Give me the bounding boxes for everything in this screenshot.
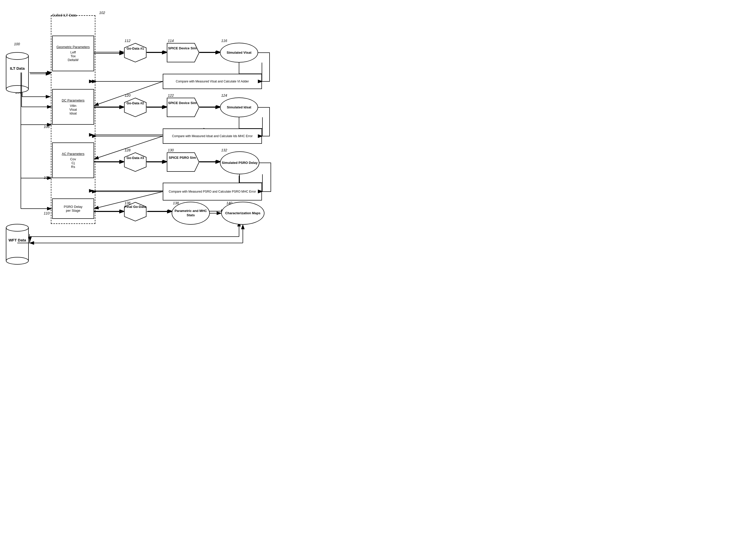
geo-params-title: Geometric Parameters xyxy=(57,45,90,49)
sim-psro-delay-ellipse: Simulated PSRO Delay xyxy=(220,151,259,174)
dc-params-box: DC Parameters Vtlin Vtsat Idsat xyxy=(52,89,94,125)
label-106: 106 xyxy=(44,125,50,129)
spice-dev-sim-1-box: SPICE Device Sim xyxy=(166,43,200,64)
label-114: 114 xyxy=(168,39,174,43)
label-132: 132 xyxy=(221,148,227,152)
dc-params-sub: Vtlin Vtsat Idsat xyxy=(69,104,77,115)
final-go-data-hex: Final Go-Data xyxy=(124,202,147,223)
sim-vtsat-ellipse: Simulated Vtsat xyxy=(220,43,258,63)
label-130: 130 xyxy=(168,148,174,152)
svg-point-34 xyxy=(6,224,28,231)
go-data-2-label: Go-Data #2 xyxy=(124,101,147,106)
spice-dev-sim-2-label: SPICE Device Sim xyxy=(167,101,198,105)
go-data-3-hex: Go-Data #3 xyxy=(124,152,147,173)
svg-point-31 xyxy=(6,52,28,60)
label-108: 108 xyxy=(44,176,50,180)
compare-vtsat-text: Compare with Measured Vtsat and Calculat… xyxy=(176,80,249,83)
diagram: 100 102 104 106 108 110 112 114 116 118 … xyxy=(0,0,370,280)
sim-idsat-ellipse: Simulated Idsat xyxy=(220,98,258,117)
label-100: 100 xyxy=(14,42,20,46)
compare-vtsat-box: Compare with Measured Vtsat and Calculat… xyxy=(163,74,262,89)
svg-point-32 xyxy=(6,85,28,92)
dc-params-title: DC Parameters xyxy=(62,99,85,102)
ac-params-box: AC Parameters Cov Cj Rs xyxy=(52,142,94,178)
psro-delay-label: PSRO Delay per Stage xyxy=(64,205,83,212)
wft-data-label: WFT Data xyxy=(5,238,29,242)
label-116: 116 xyxy=(221,39,227,43)
geo-params-sub: Leff Tox DeltaW xyxy=(68,50,79,62)
go-data-1-hex: Go-Data #1 xyxy=(124,43,147,64)
sim-vtsat-label: Simulated Vtsat xyxy=(226,51,252,55)
psro-delay-box: PSRO Delay per Stage xyxy=(52,198,94,219)
ac-params-title: AC Parameters xyxy=(62,152,84,156)
label-102: 102 xyxy=(99,11,105,15)
svg-rect-33 xyxy=(6,228,28,261)
svg-point-35 xyxy=(6,257,28,264)
svg-marker-38 xyxy=(124,153,146,172)
compare-idsat-text: Compare with Measured Idsat and Calculat… xyxy=(172,134,253,138)
spice-psro-sim-label: SPICE PSRO Sim xyxy=(167,156,198,160)
label-120: 120 xyxy=(125,94,130,98)
compare-psro-text: Compare with Measured PSRO and Calculate… xyxy=(169,190,256,193)
compare-psro-box: Compare with Measured PSRO and Calculate… xyxy=(163,183,262,200)
parametric-stats-ellipse: Parametric and MHC Stats xyxy=(172,202,210,225)
final-go-data-label: Final Go-Data xyxy=(124,205,147,209)
compare-idsat-box: Compare with Measured Idsat and Calculat… xyxy=(163,128,262,144)
char-maps-label: Characterization Maps xyxy=(225,211,261,215)
label-110: 110 xyxy=(44,211,50,215)
label-122: 122 xyxy=(168,94,174,98)
svg-marker-37 xyxy=(124,98,146,117)
label-112: 112 xyxy=(125,39,130,43)
sim-psro-delay-label: Simulated PSRO Delay xyxy=(222,161,258,165)
label-128: 128 xyxy=(125,148,130,152)
spice-dev-sim-2-box: SPICE Device Sim xyxy=(166,98,200,118)
ilt-data-label: ILT Data xyxy=(5,66,29,70)
wft-data-cylinder: WFT Data xyxy=(5,222,29,267)
parametric-stats-label: Parametric and MHC Stats xyxy=(172,209,209,217)
spice-dev-sim-1-label: SPICE Device Sim xyxy=(167,46,198,51)
spice-psro-sim-box: SPICE PSRO Sim xyxy=(166,152,200,173)
go-data-3-label: Go-Data #3 xyxy=(124,156,147,160)
char-maps-ellipse: Characterization Maps xyxy=(221,202,264,225)
ac-params-sub: Cov Cj Rs xyxy=(70,157,76,169)
sim-idsat-label: Simulated Idsat xyxy=(227,105,251,110)
go-data-2-hex: Go-Data #2 xyxy=(124,98,147,118)
ilt-data-cylinder: ILT Data xyxy=(5,50,29,96)
svg-marker-36 xyxy=(124,43,146,62)
svg-rect-30 xyxy=(6,56,28,89)
geo-params-box: Geometric Parameters Leff Tox DeltaW xyxy=(52,36,94,71)
go-data-1-label: Go-Data #1 xyxy=(124,47,147,51)
label-124: 124 xyxy=(221,94,227,98)
